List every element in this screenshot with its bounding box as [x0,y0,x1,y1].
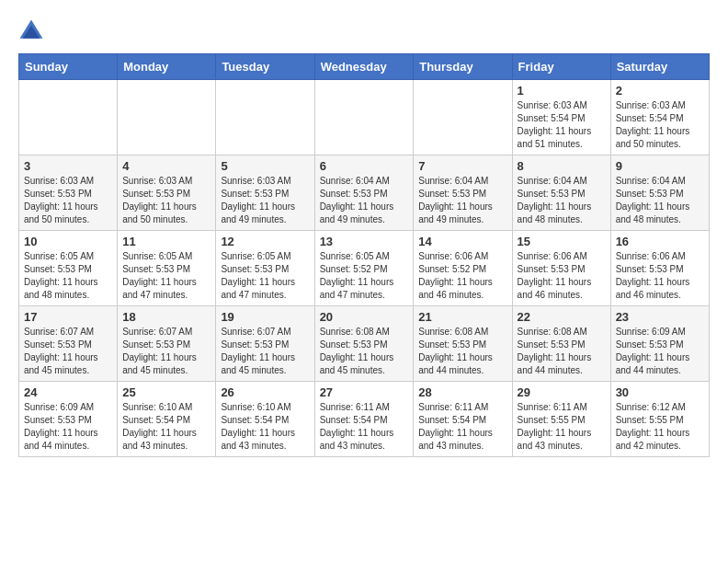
day-number: 5 [221,159,309,173]
day-number: 13 [320,235,409,248]
day-info: Sunrise: 6:12 AM Sunset: 5:55 PM Dayligh… [616,401,704,453]
calendar-cell-w3-d4: 14Sunrise: 6:06 AM Sunset: 5:52 PM Dayli… [414,231,512,306]
header-sunday: Sunday [19,54,118,80]
calendar-cell-w2-d6: 9Sunrise: 6:04 AM Sunset: 5:53 PM Daylig… [610,155,709,231]
day-info: Sunrise: 6:05 AM Sunset: 5:53 PM Dayligh… [24,250,112,302]
day-info: Sunrise: 6:03 AM Sunset: 5:54 PM Dayligh… [518,99,606,151]
day-info: Sunrise: 6:04 AM Sunset: 5:53 PM Dayligh… [320,175,409,226]
calendar-cell-w4-d2: 19Sunrise: 6:07 AM Sunset: 5:53 PM Dayli… [216,306,314,382]
calendar-cell-w4-d0: 17Sunrise: 6:07 AM Sunset: 5:53 PM Dayli… [19,306,118,382]
day-info: Sunrise: 6:08 AM Sunset: 5:53 PM Dayligh… [418,326,506,377]
day-number: 20 [320,310,409,324]
day-number: 17 [24,310,112,324]
day-info: Sunrise: 6:06 AM Sunset: 5:52 PM Dayligh… [418,250,506,302]
calendar-cell-w1-d5: 1Sunrise: 6:03 AM Sunset: 5:54 PM Daylig… [512,80,610,155]
calendar-cell-w3-d2: 12Sunrise: 6:05 AM Sunset: 5:53 PM Dayli… [216,231,314,306]
day-number: 26 [221,385,309,399]
calendar-cell-w2-d0: 3Sunrise: 6:03 AM Sunset: 5:53 PM Daylig… [19,155,118,231]
calendar-cell-w5-d1: 25Sunrise: 6:10 AM Sunset: 5:54 PM Dayli… [118,382,216,457]
calendar-cell-w1-d4 [414,80,512,155]
calendar-cell-w1-d0 [19,80,118,155]
day-info: Sunrise: 6:05 AM Sunset: 5:53 PM Dayligh… [122,250,210,302]
day-info: Sunrise: 6:07 AM Sunset: 5:53 PM Dayligh… [24,326,112,377]
day-number: 15 [518,235,606,248]
day-number: 21 [418,310,506,324]
calendar-cell-w4-d5: 22Sunrise: 6:08 AM Sunset: 5:53 PM Dayli… [512,306,610,382]
calendar-cell-w4-d6: 23Sunrise: 6:09 AM Sunset: 5:53 PM Dayli… [610,306,709,382]
calendar-cell-w3-d5: 15Sunrise: 6:06 AM Sunset: 5:53 PM Dayli… [512,231,610,306]
day-number: 14 [418,235,506,248]
day-number: 23 [616,310,704,324]
day-info: Sunrise: 6:04 AM Sunset: 5:53 PM Dayligh… [418,175,506,226]
calendar-cell-w4-d4: 21Sunrise: 6:08 AM Sunset: 5:53 PM Dayli… [414,306,512,382]
calendar-header-row: SundayMondayTuesdayWednesdayThursdayFrid… [19,54,710,80]
day-number: 19 [221,310,309,324]
calendar-cell-w2-d2: 5Sunrise: 6:03 AM Sunset: 5:53 PM Daylig… [216,155,314,231]
calendar-cell-w2-d3: 6Sunrise: 6:04 AM Sunset: 5:53 PM Daylig… [314,155,414,231]
day-number: 1 [518,84,606,98]
day-info: Sunrise: 6:09 AM Sunset: 5:53 PM Dayligh… [616,326,704,377]
day-number: 3 [24,159,112,173]
calendar-cell-w3-d0: 10Sunrise: 6:05 AM Sunset: 5:53 PM Dayli… [19,231,118,306]
calendar-week-1: 1Sunrise: 6:03 AM Sunset: 5:54 PM Daylig… [19,80,710,155]
calendar-week-3: 10Sunrise: 6:05 AM Sunset: 5:53 PM Dayli… [19,231,710,306]
header-saturday: Saturday [610,54,709,80]
calendar-cell-w5-d0: 24Sunrise: 6:09 AM Sunset: 5:53 PM Dayli… [19,382,118,457]
day-info: Sunrise: 6:03 AM Sunset: 5:54 PM Dayligh… [616,99,704,151]
calendar-cell-w3-d1: 11Sunrise: 6:05 AM Sunset: 5:53 PM Dayli… [118,231,216,306]
calendar-week-4: 17Sunrise: 6:07 AM Sunset: 5:53 PM Dayli… [19,306,710,382]
logo [18,18,48,44]
calendar-cell-w5-d6: 30Sunrise: 6:12 AM Sunset: 5:55 PM Dayli… [610,382,709,457]
page-header [18,18,710,44]
day-info: Sunrise: 6:05 AM Sunset: 5:52 PM Dayligh… [320,250,409,302]
calendar-cell-w5-d2: 26Sunrise: 6:10 AM Sunset: 5:54 PM Dayli… [216,382,314,457]
day-number: 7 [418,159,506,173]
header-thursday: Thursday [414,54,512,80]
calendar-table: SundayMondayTuesdayWednesdayThursdayFrid… [18,53,710,457]
day-number: 25 [122,385,210,399]
day-info: Sunrise: 6:06 AM Sunset: 5:53 PM Dayligh… [616,250,704,302]
calendar-cell-w5-d5: 29Sunrise: 6:11 AM Sunset: 5:55 PM Dayli… [512,382,610,457]
day-number: 27 [320,385,409,399]
calendar-cell-w2-d1: 4Sunrise: 6:03 AM Sunset: 5:53 PM Daylig… [118,155,216,231]
day-number: 2 [616,84,704,98]
day-info: Sunrise: 6:07 AM Sunset: 5:53 PM Dayligh… [122,326,210,377]
day-info: Sunrise: 6:03 AM Sunset: 5:53 PM Dayligh… [221,175,309,226]
calendar-cell-w5-d3: 27Sunrise: 6:11 AM Sunset: 5:54 PM Dayli… [314,382,414,457]
day-info: Sunrise: 6:11 AM Sunset: 5:55 PM Dayligh… [518,401,606,453]
day-info: Sunrise: 6:03 AM Sunset: 5:53 PM Dayligh… [122,175,210,226]
header-tuesday: Tuesday [216,54,314,80]
day-info: Sunrise: 6:07 AM Sunset: 5:53 PM Dayligh… [221,326,309,377]
calendar-cell-w3-d3: 13Sunrise: 6:05 AM Sunset: 5:52 PM Dayli… [314,231,414,306]
day-number: 22 [518,310,606,324]
calendar-cell-w5-d4: 28Sunrise: 6:11 AM Sunset: 5:54 PM Dayli… [414,382,512,457]
calendar-cell-w1-d1 [118,80,216,155]
day-info: Sunrise: 6:09 AM Sunset: 5:53 PM Dayligh… [24,401,112,453]
day-number: 18 [122,310,210,324]
day-number: 16 [616,235,704,248]
day-info: Sunrise: 6:05 AM Sunset: 5:53 PM Dayligh… [221,250,309,302]
day-number: 8 [518,159,606,173]
header-friday: Friday [512,54,610,80]
day-number: 11 [122,235,210,248]
day-info: Sunrise: 6:03 AM Sunset: 5:53 PM Dayligh… [24,175,112,226]
day-info: Sunrise: 6:11 AM Sunset: 5:54 PM Dayligh… [418,401,506,453]
calendar-cell-w4-d3: 20Sunrise: 6:08 AM Sunset: 5:53 PM Dayli… [314,306,414,382]
day-info: Sunrise: 6:06 AM Sunset: 5:53 PM Dayligh… [518,250,606,302]
day-info: Sunrise: 6:04 AM Sunset: 5:53 PM Dayligh… [616,175,704,226]
logo-icon [18,18,44,44]
day-number: 24 [24,385,112,399]
calendar-cell-w2-d5: 8Sunrise: 6:04 AM Sunset: 5:53 PM Daylig… [512,155,610,231]
day-info: Sunrise: 6:08 AM Sunset: 5:53 PM Dayligh… [518,326,606,377]
day-info: Sunrise: 6:10 AM Sunset: 5:54 PM Dayligh… [122,401,210,453]
day-number: 10 [24,235,112,248]
day-info: Sunrise: 6:11 AM Sunset: 5:54 PM Dayligh… [320,401,409,453]
calendar-week-5: 24Sunrise: 6:09 AM Sunset: 5:53 PM Dayli… [19,382,710,457]
day-number: 9 [616,159,704,173]
day-info: Sunrise: 6:04 AM Sunset: 5:53 PM Dayligh… [518,175,606,226]
header-monday: Monday [118,54,216,80]
day-info: Sunrise: 6:08 AM Sunset: 5:53 PM Dayligh… [320,326,409,377]
day-number: 6 [320,159,409,173]
calendar-week-2: 3Sunrise: 6:03 AM Sunset: 5:53 PM Daylig… [19,155,710,231]
day-info: Sunrise: 6:10 AM Sunset: 5:54 PM Dayligh… [221,401,309,453]
